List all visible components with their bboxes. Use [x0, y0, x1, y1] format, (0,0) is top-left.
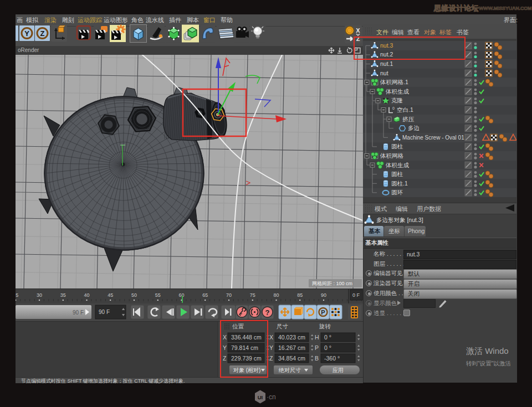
svg-text:绝对尺寸: 绝对尺寸: [278, 367, 301, 373]
svg-text:P: P: [315, 344, 319, 351]
svg-text:nut.1: nut.1: [380, 60, 393, 67]
svg-text:体积网格.1: 体积网格.1: [380, 79, 408, 85]
svg-text:H: H: [315, 334, 319, 341]
svg-text:40.023 cm: 40.023 cm: [278, 334, 305, 341]
svg-text:80: 80: [273, 292, 279, 298]
svg-text:Z: Z: [269, 355, 273, 362]
svg-text:圆柱: 圆柱: [391, 171, 403, 177]
svg-text:Y: Y: [24, 29, 29, 38]
svg-text:90 F: 90 F: [99, 309, 110, 315]
svg-text:旋转: 旋转: [319, 323, 331, 329]
svg-text:nut: nut: [380, 70, 388, 76]
svg-text:圆柱: 圆柱: [391, 143, 403, 150]
svg-text:网格间距 : 100 cm: 网格间距 : 100 cm: [312, 281, 352, 286]
svg-text:45: 45: [108, 292, 113, 298]
svg-text:60: 60: [178, 292, 184, 298]
svg-text:圆柱.1: 圆柱.1: [391, 180, 408, 187]
svg-text:90 F: 90 F: [73, 310, 84, 316]
svg-text:0: 0: [392, 106, 395, 110]
svg-text:圆环: 圆环: [391, 189, 403, 195]
svg-text:16.267 cm: 16.267 cm: [278, 344, 305, 351]
svg-text:35: 35: [60, 292, 66, 298]
svg-text:34.854 cm: 34.854 cm: [278, 355, 305, 362]
svg-text:B: B: [315, 355, 319, 362]
svg-text:85: 85: [297, 292, 303, 298]
svg-text:空白.1: 空白.1: [397, 106, 413, 113]
svg-text:Z: Z: [40, 29, 45, 38]
svg-text:25: 25: [16, 292, 18, 298]
svg-text:克隆: 克隆: [391, 97, 403, 104]
svg-text:体积生成: 体积生成: [385, 88, 410, 95]
svg-text:70: 70: [226, 292, 232, 298]
svg-text:多边: 多边: [408, 125, 420, 131]
svg-text:挤压: 挤压: [402, 116, 415, 122]
svg-text:-360 °: -360 °: [324, 355, 340, 362]
svg-text:Y: Y: [269, 344, 273, 351]
svg-text:·cn: ·cn: [267, 393, 276, 401]
svg-text:尺寸: 尺寸: [277, 323, 289, 329]
svg-text:55: 55: [155, 292, 161, 298]
svg-text:X: X: [269, 334, 273, 341]
svg-text:P: P: [321, 309, 325, 316]
svg-text:0 F: 0 F: [352, 292, 360, 298]
svg-text:体积网格: 体积网格: [380, 152, 404, 159]
svg-text:90: 90: [321, 292, 326, 298]
svg-text:应用: 应用: [332, 367, 344, 373]
svg-text:0 °: 0 °: [324, 344, 331, 351]
svg-text:40: 40: [84, 292, 89, 298]
svg-text:X: X: [356, 27, 360, 34]
svg-text:体积生成: 体积生成: [385, 162, 410, 168]
svg-text:50: 50: [131, 292, 137, 298]
svg-text:0 °: 0 °: [324, 334, 331, 341]
svg-text:Machine Screw - Oval 01: Machine Screw - Oval 01: [402, 135, 464, 141]
svg-text:75: 75: [250, 292, 255, 298]
svg-text:?: ?: [265, 308, 270, 317]
svg-text:65: 65: [202, 292, 208, 298]
svg-text:30: 30: [37, 292, 42, 298]
svg-text:UI: UI: [258, 394, 263, 400]
